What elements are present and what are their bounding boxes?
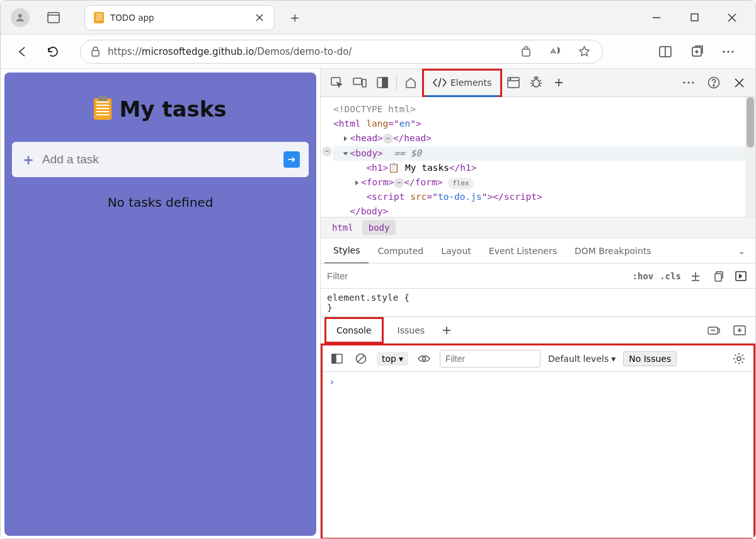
devtools-tabs: Elements — [321, 69, 755, 97]
app-icon[interactable] — [502, 71, 525, 94]
svg-rect-47 — [332, 354, 336, 363]
new-tab-button[interactable]: ＋ — [283, 6, 307, 30]
new-rule-icon[interactable] — [687, 268, 704, 284]
shopping-icon[interactable] — [518, 43, 534, 60]
page-title: My tasks — [12, 96, 309, 122]
cls-toggle[interactable]: .cls — [660, 271, 681, 281]
console-drawer: Console Issues top ▾ Default levels ▾ No… — [321, 316, 755, 539]
task-input[interactable] — [42, 153, 277, 166]
issues-button[interactable]: No Issues — [623, 351, 677, 366]
svg-rect-21 — [362, 79, 366, 87]
code-icon — [433, 77, 447, 88]
styles-filter-row: :hov .cls — [321, 264, 755, 289]
tab-elements[interactable]: Elements — [422, 69, 502, 97]
add-task-form: ＋ ➔ — [12, 142, 309, 177]
empty-state: No tasks defined — [12, 195, 309, 210]
devtools-more-icon[interactable] — [677, 71, 700, 94]
dock-drawer-icon[interactable] — [731, 322, 748, 339]
dock-icon[interactable] — [371, 71, 394, 94]
console-filter-input[interactable] — [440, 350, 541, 368]
svg-point-51 — [737, 357, 741, 361]
clipboard-icon — [94, 98, 112, 120]
browser-tab[interactable]: TODO app — [85, 6, 274, 30]
read-aloud-icon[interactable] — [547, 43, 563, 60]
svg-rect-23 — [382, 78, 387, 88]
svg-rect-6 — [691, 14, 698, 21]
welcome-icon[interactable] — [399, 71, 422, 94]
person-icon — [14, 12, 26, 23]
live-expr-icon[interactable] — [416, 351, 432, 367]
tab-dom-breakpoints[interactable]: DOM Breakpoints — [566, 238, 660, 264]
submit-task-button[interactable]: ➔ — [284, 151, 300, 168]
settings-icon[interactable] — [731, 351, 747, 367]
profile-avatar[interactable] — [11, 8, 30, 27]
favorite-icon[interactable] — [576, 43, 592, 60]
chevron-down-icon: ▾ — [399, 354, 403, 364]
svg-point-31 — [687, 81, 689, 83]
help-icon[interactable] — [702, 71, 725, 94]
sidebar-toggle-icon[interactable] — [329, 351, 345, 367]
minimize-button[interactable] — [643, 6, 670, 29]
dom-tree[interactable]: <!DOCTYPE html> <html lang="en"> <head>⋯… — [321, 97, 755, 217]
svg-point-16 — [723, 50, 724, 52]
bug-icon[interactable] — [525, 71, 547, 94]
log-levels-dropdown[interactable]: Default levels ▾ — [548, 354, 616, 364]
svg-point-17 — [727, 50, 729, 52]
svg-rect-9 — [92, 50, 99, 56]
console-prompt: › — [329, 376, 335, 388]
tab-issues[interactable]: Issues — [387, 317, 435, 344]
close-tab-button[interactable] — [254, 12, 265, 23]
svg-line-49 — [358, 356, 364, 362]
close-window-button[interactable] — [719, 6, 745, 29]
hov-toggle[interactable]: :hov — [633, 271, 654, 281]
refresh-button[interactable] — [43, 42, 62, 61]
back-button[interactable] — [13, 42, 32, 61]
tab-actions-icon[interactable] — [45, 9, 62, 26]
tab-console[interactable]: Console — [324, 317, 384, 344]
svg-point-0 — [18, 14, 22, 18]
split-screen-icon[interactable] — [657, 43, 673, 60]
url-field[interactable]: https://microsoftedge.github.io/Demos/de… — [80, 40, 603, 64]
styles-tabs: Styles Computed Layout Event Listeners D… — [321, 238, 755, 264]
dom-breadcrumbs: html body — [321, 217, 755, 238]
svg-rect-20 — [353, 78, 362, 84]
lock-icon — [91, 46, 100, 57]
tab-computed[interactable]: Computed — [369, 238, 432, 264]
context-dropdown[interactable]: top ▾ — [377, 352, 408, 366]
console-body[interactable]: › — [323, 372, 753, 538]
inspect-icon[interactable] — [326, 71, 348, 94]
chevron-down-icon[interactable]: ⌄ — [738, 246, 752, 256]
browser-title-bar: TODO app ＋ — [1, 1, 755, 35]
tab-title: TODO app — [110, 13, 248, 23]
close-devtools-icon[interactable] — [728, 71, 750, 94]
device-icon[interactable] — [348, 71, 371, 94]
svg-point-34 — [713, 85, 714, 86]
command-icon[interactable] — [706, 322, 723, 339]
tab-layout[interactable]: Layout — [432, 238, 480, 264]
crumb-body[interactable]: body — [362, 220, 396, 235]
plus-icon: ＋ — [21, 149, 36, 170]
clear-console-icon[interactable] — [353, 351, 369, 367]
drawer-tabs: Console Issues — [321, 317, 755, 344]
clipboard-icon — [94, 12, 104, 23]
copy-icon[interactable] — [710, 268, 726, 284]
svg-point-26 — [510, 79, 511, 80]
style-rule[interactable]: element.style {} — [321, 289, 755, 316]
tab-event-listeners[interactable]: Event Listeners — [480, 238, 566, 264]
more-tabs-icon[interactable] — [547, 71, 570, 94]
url-text: https://microsoftedge.github.io/Demos/de… — [108, 46, 352, 57]
svg-rect-10 — [522, 49, 530, 56]
styles-filter-input[interactable] — [327, 270, 626, 281]
more-drawer-tabs-icon[interactable] — [438, 322, 455, 339]
crumb-html[interactable]: html — [326, 220, 360, 235]
svg-rect-40 — [715, 274, 721, 281]
maximize-button[interactable] — [681, 6, 707, 29]
collections-icon[interactable] — [689, 43, 705, 60]
tab-strip: TODO app ＋ — [85, 6, 307, 30]
tab-styles[interactable]: Styles — [324, 238, 369, 264]
scrollbar[interactable] — [745, 97, 755, 217]
expand-icon[interactable] — [733, 268, 749, 284]
more-icon[interactable] — [720, 43, 736, 60]
window-controls — [643, 6, 752, 29]
address-bar: https://microsoftedge.github.io/Demos/de… — [1, 35, 755, 69]
